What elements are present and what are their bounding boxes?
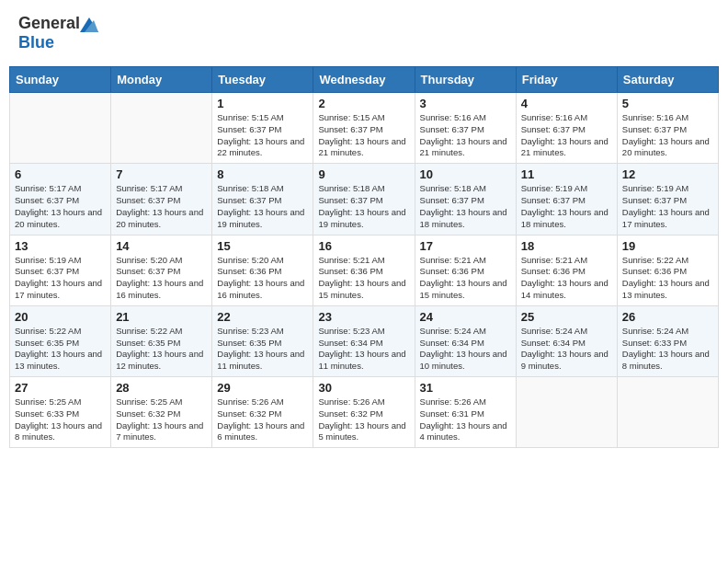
calendar-cell: 31Sunrise: 5:26 AMSunset: 6:31 PMDayligh… <box>415 377 516 448</box>
cell-content: Sunrise: 5:18 AMSunset: 6:37 PMDaylight:… <box>217 183 308 230</box>
calendar-cell: 1Sunrise: 5:15 AMSunset: 6:37 PMDaylight… <box>212 93 313 164</box>
day-number: 22 <box>217 310 308 324</box>
calendar-cell: 14Sunrise: 5:20 AMSunset: 6:37 PMDayligh… <box>111 235 212 305</box>
calendar-cell: 9Sunrise: 5:18 AMSunset: 6:37 PMDaylight… <box>313 164 415 235</box>
cell-content: Sunrise: 5:16 AMSunset: 6:37 PMDaylight:… <box>420 112 511 159</box>
calendar-week-row: 20Sunrise: 5:22 AMSunset: 6:35 PMDayligh… <box>10 305 719 376</box>
logo-icon <box>80 16 98 32</box>
calendar-cell: 21Sunrise: 5:22 AMSunset: 6:35 PMDayligh… <box>111 305 212 376</box>
day-number: 5 <box>622 97 713 110</box>
cell-content: Sunrise: 5:18 AMSunset: 6:37 PMDaylight:… <box>318 183 409 230</box>
day-number: 17 <box>420 239 511 253</box>
cell-content: Sunrise: 5:21 AMSunset: 6:36 PMDaylight:… <box>318 255 409 302</box>
cell-content: Sunrise: 5:22 AMSunset: 6:36 PMDaylight:… <box>622 255 713 302</box>
calendar-week-row: 13Sunrise: 5:19 AMSunset: 6:37 PMDayligh… <box>10 235 719 305</box>
col-header-thursday: Thursday <box>415 67 516 93</box>
cell-content: Sunrise: 5:17 AMSunset: 6:37 PMDaylight:… <box>116 183 207 230</box>
day-number: 30 <box>318 381 409 395</box>
calendar-week-row: 1Sunrise: 5:15 AMSunset: 6:37 PMDaylight… <box>10 93 719 164</box>
calendar-cell: 6Sunrise: 5:17 AMSunset: 6:37 PMDaylight… <box>10 164 111 235</box>
day-number: 2 <box>318 97 409 110</box>
day-number: 21 <box>116 310 207 324</box>
calendar-cell: 18Sunrise: 5:21 AMSunset: 6:36 PMDayligh… <box>516 235 617 305</box>
cell-content: Sunrise: 5:19 AMSunset: 6:37 PMDaylight:… <box>622 183 713 230</box>
col-header-friday: Friday <box>516 67 617 93</box>
cell-content: Sunrise: 5:24 AMSunset: 6:34 PMDaylight:… <box>521 326 612 373</box>
day-number: 1 <box>217 97 308 110</box>
calendar-cell: 8Sunrise: 5:18 AMSunset: 6:37 PMDaylight… <box>212 164 313 235</box>
cell-content: Sunrise: 5:25 AMSunset: 6:32 PMDaylight:… <box>116 396 207 443</box>
calendar-cell: 30Sunrise: 5:26 AMSunset: 6:32 PMDayligh… <box>313 377 415 448</box>
cell-content: Sunrise: 5:20 AMSunset: 6:37 PMDaylight:… <box>116 255 207 302</box>
calendar-cell: 20Sunrise: 5:22 AMSunset: 6:35 PMDayligh… <box>10 305 111 376</box>
calendar-cell: 26Sunrise: 5:24 AMSunset: 6:33 PMDayligh… <box>617 305 718 376</box>
cell-content: Sunrise: 5:24 AMSunset: 6:33 PMDaylight:… <box>622 326 713 373</box>
cell-content: Sunrise: 5:23 AMSunset: 6:34 PMDaylight:… <box>318 326 409 373</box>
calendar-cell: 3Sunrise: 5:16 AMSunset: 6:37 PMDaylight… <box>415 93 516 164</box>
cell-content: Sunrise: 5:20 AMSunset: 6:36 PMDaylight:… <box>217 255 308 302</box>
cell-content: Sunrise: 5:26 AMSunset: 6:31 PMDaylight:… <box>420 396 511 443</box>
calendar-cell: 29Sunrise: 5:26 AMSunset: 6:32 PMDayligh… <box>212 377 313 448</box>
col-header-saturday: Saturday <box>617 67 718 93</box>
calendar-cell: 12Sunrise: 5:19 AMSunset: 6:37 PMDayligh… <box>617 164 718 235</box>
calendar-cell <box>617 377 718 448</box>
calendar-cell: 4Sunrise: 5:16 AMSunset: 6:37 PMDaylight… <box>516 93 617 164</box>
col-header-sunday: Sunday <box>10 67 111 93</box>
col-header-wednesday: Wednesday <box>313 67 415 93</box>
day-number: 11 <box>521 167 612 181</box>
cell-content: Sunrise: 5:15 AMSunset: 6:37 PMDaylight:… <box>318 112 409 159</box>
day-number: 26 <box>622 310 713 324</box>
calendar-cell: 13Sunrise: 5:19 AMSunset: 6:37 PMDayligh… <box>10 235 111 305</box>
day-number: 9 <box>318 167 409 181</box>
calendar-cell: 17Sunrise: 5:21 AMSunset: 6:36 PMDayligh… <box>415 235 516 305</box>
cell-content: Sunrise: 5:18 AMSunset: 6:37 PMDaylight:… <box>420 183 511 230</box>
day-number: 15 <box>217 239 308 253</box>
cell-content: Sunrise: 5:22 AMSunset: 6:35 PMDaylight:… <box>116 326 207 373</box>
day-number: 10 <box>420 167 511 181</box>
cell-content: Sunrise: 5:19 AMSunset: 6:37 PMDaylight:… <box>521 183 612 230</box>
calendar-cell: 19Sunrise: 5:22 AMSunset: 6:36 PMDayligh… <box>617 235 718 305</box>
cell-content: Sunrise: 5:24 AMSunset: 6:34 PMDaylight:… <box>420 326 511 373</box>
calendar-table: SundayMondayTuesdayWednesdayThursdayFrid… <box>9 66 719 448</box>
logo: GeneralBlue <box>18 14 98 52</box>
day-number: 19 <box>622 239 713 253</box>
day-number: 13 <box>15 239 106 253</box>
day-number: 24 <box>420 310 511 324</box>
page-header: GeneralBlue <box>9 9 719 57</box>
cell-content: Sunrise: 5:17 AMSunset: 6:37 PMDaylight:… <box>15 183 106 230</box>
day-number: 20 <box>15 310 106 324</box>
calendar-cell: 24Sunrise: 5:24 AMSunset: 6:34 PMDayligh… <box>415 305 516 376</box>
calendar-cell: 27Sunrise: 5:25 AMSunset: 6:33 PMDayligh… <box>10 377 111 448</box>
day-number: 12 <box>622 167 713 181</box>
day-number: 25 <box>521 310 612 324</box>
calendar-cell <box>516 377 617 448</box>
calendar-cell <box>111 93 212 164</box>
cell-content: Sunrise: 5:21 AMSunset: 6:36 PMDaylight:… <box>521 255 612 302</box>
day-number: 29 <box>217 381 308 395</box>
cell-content: Sunrise: 5:15 AMSunset: 6:37 PMDaylight:… <box>217 112 308 159</box>
day-number: 16 <box>318 239 409 253</box>
calendar-cell: 5Sunrise: 5:16 AMSunset: 6:37 PMDaylight… <box>617 93 718 164</box>
col-header-tuesday: Tuesday <box>212 67 313 93</box>
calendar-header-row: SundayMondayTuesdayWednesdayThursdayFrid… <box>10 67 719 93</box>
cell-content: Sunrise: 5:26 AMSunset: 6:32 PMDaylight:… <box>217 396 308 443</box>
calendar-week-row: 27Sunrise: 5:25 AMSunset: 6:33 PMDayligh… <box>10 377 719 448</box>
day-number: 4 <box>521 97 612 110</box>
calendar-cell <box>10 93 111 164</box>
cell-content: Sunrise: 5:22 AMSunset: 6:35 PMDaylight:… <box>15 326 106 373</box>
cell-content: Sunrise: 5:16 AMSunset: 6:37 PMDaylight:… <box>521 112 612 159</box>
cell-content: Sunrise: 5:23 AMSunset: 6:35 PMDaylight:… <box>217 326 308 373</box>
cell-content: Sunrise: 5:16 AMSunset: 6:37 PMDaylight:… <box>622 112 713 159</box>
logo-text-general: General <box>18 14 80 33</box>
calendar-cell: 16Sunrise: 5:21 AMSunset: 6:36 PMDayligh… <box>313 235 415 305</box>
day-number: 3 <box>420 97 511 110</box>
day-number: 27 <box>15 381 106 395</box>
day-number: 18 <box>521 239 612 253</box>
calendar-cell: 22Sunrise: 5:23 AMSunset: 6:35 PMDayligh… <box>212 305 313 376</box>
day-number: 28 <box>116 381 207 395</box>
day-number: 14 <box>116 239 207 253</box>
calendar-cell: 11Sunrise: 5:19 AMSunset: 6:37 PMDayligh… <box>516 164 617 235</box>
calendar-cell: 7Sunrise: 5:17 AMSunset: 6:37 PMDaylight… <box>111 164 212 235</box>
day-number: 8 <box>217 167 308 181</box>
day-number: 6 <box>15 167 106 181</box>
